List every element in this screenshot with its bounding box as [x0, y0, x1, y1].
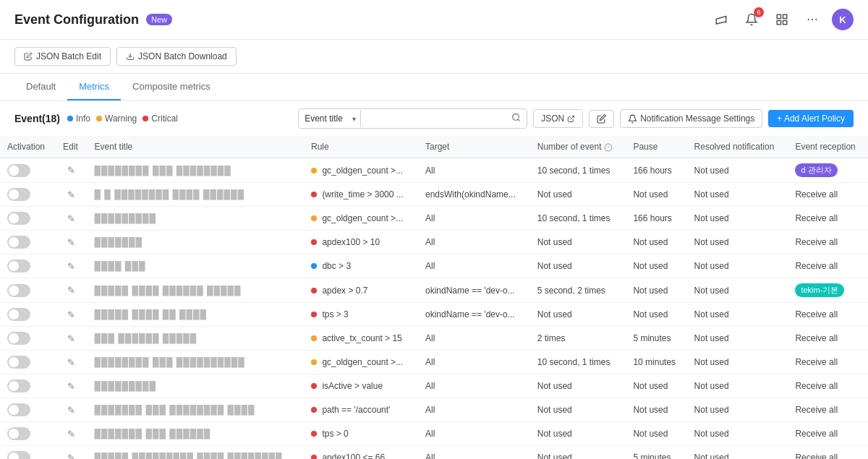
target-cell: All [418, 446, 530, 460]
more-icon[interactable] [801, 9, 823, 30]
event-title-cell: ███ ██████ █████ [88, 327, 305, 351]
bell-icon[interactable]: 6 [741, 9, 762, 30]
reception-cell: Receive all [788, 327, 868, 351]
activation-toggle[interactable] [7, 188, 30, 201]
layout-icon[interactable] [771, 9, 793, 30]
edit-cell: ✎ [56, 207, 88, 231]
resolved-value: Not used [694, 405, 729, 415]
table-row: ✎ ███████ ███ ██████ tps > 0 All Not use… [0, 422, 868, 446]
resolved-value: Not used [694, 166, 729, 176]
event-title-cell: ███████ ███ ██████ [88, 422, 305, 446]
target-cell: All [418, 422, 530, 446]
activation-cell [0, 374, 56, 398]
resolved-cell: Not used [687, 446, 788, 460]
edit-icon[interactable]: ✎ [67, 333, 75, 344]
activation-toggle[interactable] [7, 308, 30, 321]
activation-cell [0, 422, 56, 446]
edit-icon[interactable]: ✎ [67, 261, 75, 272]
activation-toggle[interactable] [7, 284, 30, 297]
activation-toggle[interactable] [7, 236, 30, 249]
edit-icon[interactable]: ✎ [67, 165, 75, 176]
activation-toggle[interactable] [7, 379, 30, 392]
edit-icon[interactable]: ✎ [67, 452, 75, 460]
resolved-cell: Not used [687, 422, 788, 446]
resolved-cell: Not used [687, 398, 788, 422]
edit-cell: ✎ [56, 446, 88, 460]
notification-message-settings-button[interactable]: Notification Message Settings [620, 109, 762, 128]
table-row: ✎ ████ ███ dbc > 3 All Not used Not used… [0, 254, 868, 278]
announcement-icon[interactable] [710, 9, 732, 30]
edit-icon[interactable]: ✎ [67, 357, 75, 368]
pause-value: 166 hours [633, 166, 671, 176]
tab-default[interactable]: Default [14, 74, 67, 100]
resolved-cell: Not used [687, 158, 788, 183]
col-number-of-event: Number of event [530, 136, 626, 158]
legend: Info Warning Critical [67, 113, 178, 124]
edit-icon[interactable]: ✎ [67, 309, 75, 320]
pause-value: Not used [633, 429, 668, 439]
activation-toggle[interactable] [7, 427, 30, 440]
svg-point-4 [808, 19, 809, 20]
add-alert-policy-button[interactable]: + Add Alert Policy [768, 110, 854, 127]
activation-cell [0, 327, 56, 351]
event-title-cell: ████ ███ [88, 254, 305, 278]
tab-metrics[interactable]: Metrics [67, 74, 121, 100]
activation-toggle[interactable] [7, 403, 30, 416]
edit-columns-button[interactable] [589, 110, 614, 128]
target-cell: All [418, 254, 530, 278]
activation-toggle[interactable] [7, 259, 30, 273]
json-export-button[interactable]: JSON [533, 109, 583, 128]
target-value: All [425, 452, 435, 459]
edit-cell: ✎ [56, 303, 88, 327]
number-cell: Not used [530, 422, 626, 446]
search-button[interactable] [506, 109, 527, 128]
edit-icon[interactable]: ✎ [67, 405, 75, 416]
search-select[interactable]: Event title Rule Target [299, 110, 360, 127]
tab-composite-metrics[interactable]: Composite metrics [121, 74, 222, 100]
pause-value: Not used [633, 405, 668, 415]
rule-cell: apdex100 > 10 [304, 231, 418, 254]
resolved-value: Not used [694, 309, 729, 319]
rule-dot [311, 288, 317, 293]
activation-toggle[interactable] [7, 332, 30, 345]
edit-icon[interactable]: ✎ [67, 237, 75, 248]
activation-toggle[interactable] [7, 164, 30, 177]
resolved-cell: Not used [687, 303, 788, 327]
reception-tag: tekim-기본 [795, 283, 844, 297]
edit-icon[interactable]: ✎ [67, 285, 75, 296]
table-row: ✎ █████████ gc_oldgen_count >... All 10 … [0, 207, 868, 231]
activation-toggle[interactable] [7, 356, 30, 369]
json-batch-download-button[interactable]: JSON Batch Download [116, 47, 237, 66]
edit-icon[interactable]: ✎ [67, 213, 75, 224]
reception-value: Receive all [795, 357, 838, 367]
pause-value: Not used [633, 381, 668, 391]
table-controls-left: Event(18) Info Warning Critical [14, 113, 178, 124]
rule-cell: apdex > 0.7 [304, 278, 418, 303]
reception-value: Receive all [795, 381, 838, 391]
legend-critical: Critical [142, 113, 178, 124]
pause-value: Not used [633, 286, 668, 296]
header-left: Event Configuration New [14, 12, 172, 27]
activation-toggle[interactable] [7, 451, 30, 459]
search-input[interactable] [361, 110, 506, 127]
avatar[interactable]: K [832, 9, 854, 30]
json-batch-edit-button[interactable]: JSON Batch Edit [14, 47, 111, 66]
activation-cell [0, 254, 56, 278]
edit-icon[interactable]: ✎ [67, 381, 75, 392]
event-title-cell: ████████ ███ ██████████ [88, 351, 305, 374]
edit-cell: ✎ [56, 351, 88, 374]
resolved-value: Not used [694, 429, 729, 439]
reception-value: Receive all [795, 429, 838, 439]
legend-warning: Warning [96, 113, 137, 124]
edit-icon[interactable]: ✎ [67, 189, 75, 200]
edit-icon[interactable]: ✎ [67, 429, 75, 439]
events-table: Activation Edit Event title Rule Target … [0, 136, 868, 459]
target-value: All [425, 381, 435, 391]
resolved-value: Not used [694, 189, 729, 200]
table-row: ✎ ████████ ███ ████████ gc_oldgen_count … [0, 158, 868, 183]
edit-cell: ✎ [56, 374, 88, 398]
activation-cell [0, 351, 56, 374]
table-row: ✎ ███ ██████ █████ active_tx_count > 15 … [0, 327, 868, 351]
pause-value: Not used [633, 237, 668, 247]
activation-toggle[interactable] [7, 212, 30, 225]
